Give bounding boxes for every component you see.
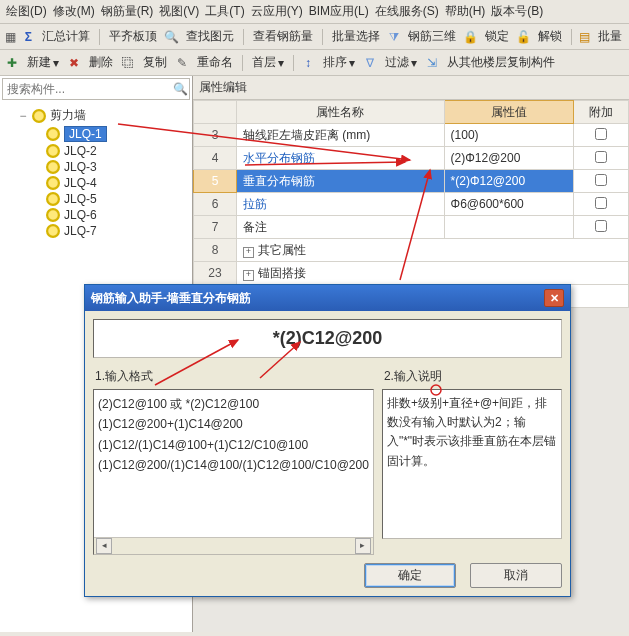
expand-icon[interactable]: + <box>243 247 254 258</box>
caption-explain: 2.输入说明 <box>382 364 562 389</box>
delete-button[interactable]: 删除 <box>86 53 116 72</box>
view-rebar-button[interactable]: 查看钢筋量 <box>250 27 316 46</box>
copy-button[interactable]: 复制 <box>140 53 170 72</box>
menu-item[interactable]: 绘图(D) <box>6 3 47 20</box>
ok-button[interactable]: 确定 <box>364 563 456 588</box>
grid-group[interactable]: 23+锚固搭接 <box>194 262 629 285</box>
sort-button[interactable]: 排序 ▾ <box>320 53 358 72</box>
extra-check[interactable] <box>595 174 607 186</box>
tree-item[interactable]: JLQ-7 <box>46 223 188 239</box>
search-icon[interactable]: 🔍 <box>164 29 179 45</box>
extra-check[interactable] <box>595 128 607 140</box>
gear-icon <box>46 160 60 174</box>
col-value[interactable]: 属性值 <box>444 101 573 124</box>
sigma-icon[interactable]: Σ <box>22 29 36 45</box>
dialog-display: *(2)C12@200 <box>93 319 562 358</box>
align-button[interactable]: 平齐板顶 <box>106 27 160 46</box>
grid-row-selected[interactable]: 5垂直分布钢筋*(2)Φ12@200 <box>194 170 629 193</box>
format-list[interactable]: (2)C12@100 或 *(2)C12@100 (1)C12@200+(1)C… <box>93 389 374 555</box>
cancel-button[interactable]: 取消 <box>470 563 562 588</box>
gear-icon <box>46 224 60 238</box>
find-button[interactable]: 查找图元 <box>183 27 237 46</box>
filter-button[interactable]: 过滤 ▾ <box>382 53 420 72</box>
rebar-3d-button[interactable]: 钢筋三维 <box>405 27 459 46</box>
toolbar-1: ▦ Σ 汇总计算 平齐板顶 🔍 查找图元 查看钢筋量 批量选择 ⧩ 钢筋三维 🔒… <box>0 24 629 50</box>
dialog-title: 钢筋输入助手-墙垂直分布钢筋 <box>91 290 251 307</box>
rename-icon[interactable]: ✎ <box>174 55 190 71</box>
grid-row[interactable]: 6拉筋Φ6@600*600 <box>194 193 629 216</box>
rename-button[interactable]: 重命名 <box>194 53 236 72</box>
grid-row[interactable]: 3轴线距左墙皮距离 (mm)(100) <box>194 124 629 147</box>
batch-button[interactable]: 批量 <box>595 27 625 46</box>
menu-item[interactable]: 在线服务(S) <box>375 3 439 20</box>
gear-icon <box>46 192 60 206</box>
gear-icon <box>32 109 46 123</box>
lock-icon[interactable]: 🔒 <box>463 29 478 45</box>
dialog-titlebar[interactable]: 钢筋输入助手-墙垂直分布钢筋 ✕ <box>85 285 570 311</box>
top-menu: 绘图(D) 修改(M) 钢筋量(R) 视图(V) 工具(T) 云应用(Y) BI… <box>0 0 629 24</box>
grid-row[interactable]: 7备注 <box>194 216 629 239</box>
layer-select[interactable]: 首层 ▾ <box>249 53 287 72</box>
new-button[interactable]: 新建 ▾ <box>24 53 62 72</box>
filter-icon[interactable]: ⧩ <box>387 29 401 45</box>
unlock-icon[interactable]: 🔓 <box>516 29 531 45</box>
toolbar-2: ✚ 新建 ▾ ✖ 删除 ⿻ 复制 ✎ 重命名 首层 ▾ ↕ 排序 ▾ ∇ 过滤 … <box>0 50 629 76</box>
calc-button[interactable]: 汇总计算 <box>39 27 93 46</box>
col-name[interactable]: 属性名称 <box>237 101 445 124</box>
grid-row[interactable]: 4水平分布钢筋(2)Φ12@200 <box>194 147 629 170</box>
close-icon[interactable]: ✕ <box>544 289 564 307</box>
panel-header: 属性编辑 <box>193 76 629 100</box>
menu-item[interactable]: 云应用(Y) <box>251 3 303 20</box>
menu-item[interactable]: 修改(M) <box>53 3 95 20</box>
funnel-icon[interactable]: ∇ <box>362 55 378 71</box>
gear-icon <box>46 144 60 158</box>
format-item[interactable]: (1)C12@200+(1)C14@200 <box>98 414 369 434</box>
extra-check[interactable] <box>595 220 607 232</box>
copy-from-icon[interactable]: ⇲ <box>424 55 440 71</box>
menu-item[interactable]: 版本号(B) <box>491 3 543 20</box>
copy-icon[interactable]: ⿻ <box>120 55 136 71</box>
search-input[interactable] <box>3 79 171 99</box>
scrollbar[interactable]: ◂▸ <box>94 537 373 554</box>
scroll-left-icon[interactable]: ◂ <box>96 538 112 554</box>
search-box: 🔍 <box>2 78 190 100</box>
lock-button[interactable]: 锁定 <box>482 27 512 46</box>
tree-item[interactable]: JLQ-4 <box>46 175 188 191</box>
tree-item-selected[interactable]: JLQ-1 <box>46 125 188 143</box>
new-icon[interactable]: ✚ <box>4 55 20 71</box>
gear-icon <box>46 176 60 190</box>
col-extra[interactable]: 附加 <box>574 101 629 124</box>
format-item[interactable]: (1)C12/(1)C14@100+(1)C12/C10@100 <box>98 435 369 455</box>
caption-format: 1.输入格式 <box>93 364 374 389</box>
property-grid: 属性名称 属性值 附加 3轴线距左墙皮距离 (mm)(100) 4水平分布钢筋(… <box>193 100 629 308</box>
gear-icon <box>46 208 60 222</box>
tree-item[interactable]: JLQ-6 <box>46 207 188 223</box>
table-icon[interactable]: ▦ <box>4 29 18 45</box>
tree-item[interactable]: JLQ-5 <box>46 191 188 207</box>
expand-icon[interactable]: + <box>243 270 254 281</box>
sort-icon[interactable]: ↕ <box>300 55 316 71</box>
extra-check[interactable] <box>595 197 607 209</box>
copy-from-button[interactable]: 从其他楼层复制构件 <box>444 53 558 72</box>
tree-item[interactable]: JLQ-3 <box>46 159 188 175</box>
tree-item[interactable]: JLQ-2 <box>46 143 188 159</box>
explain-box: 排数+级别+直径+@+间距，排数没有输入时默认为2；输入"*"时表示该排垂直筋在… <box>382 389 562 539</box>
menu-item[interactable]: 视图(V) <box>159 3 199 20</box>
rebar-input-dialog: 钢筋输入助手-墙垂直分布钢筋 ✕ *(2)C12@200 1.输入格式 (2)C… <box>84 284 571 597</box>
unlock-button[interactable]: 解锁 <box>535 27 565 46</box>
tree-root[interactable]: −剪力墙 <box>18 106 188 125</box>
menu-item[interactable]: BIM应用(L) <box>309 3 369 20</box>
extra-check[interactable] <box>595 151 607 163</box>
menu-item[interactable]: 帮助(H) <box>445 3 486 20</box>
search-go-icon[interactable]: 🔍 <box>171 82 189 96</box>
batch-select-button[interactable]: 批量选择 <box>329 27 383 46</box>
delete-icon[interactable]: ✖ <box>66 55 82 71</box>
format-item[interactable]: (1)C12@200/(1)C14@100/(1)C12@100/C10@200 <box>98 455 369 475</box>
scroll-right-icon[interactable]: ▸ <box>355 538 371 554</box>
gear-icon <box>46 127 60 141</box>
menu-item[interactable]: 钢筋量(R) <box>101 3 154 20</box>
format-item[interactable]: (2)C12@100 或 *(2)C12@100 <box>98 394 369 414</box>
grid-group[interactable]: 8+其它属性 <box>194 239 629 262</box>
menu-item[interactable]: 工具(T) <box>205 3 244 20</box>
batch-icon[interactable]: ▤ <box>577 29 591 45</box>
